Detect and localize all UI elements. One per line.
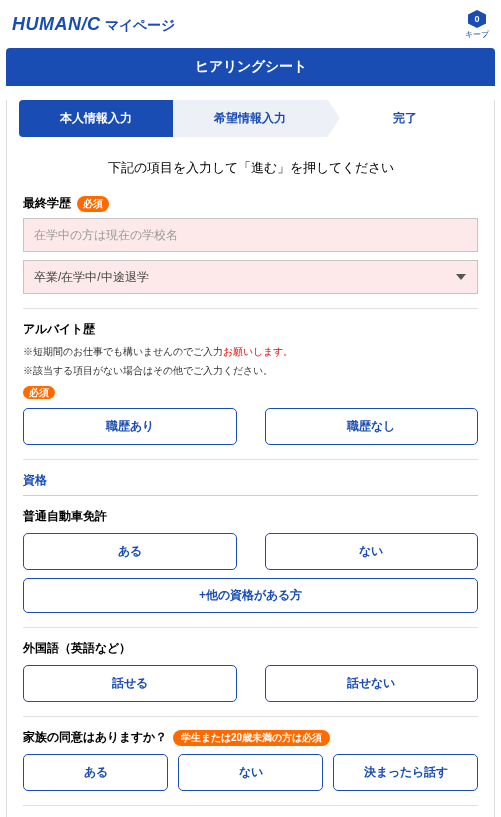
license-label: 普通自動車免許 bbox=[23, 508, 478, 525]
license-no-button[interactable]: ない bbox=[265, 533, 479, 570]
logo-main: HUMAN/C bbox=[12, 14, 101, 34]
form-content: 本人情報入力 希望情報入力 完了 下記の項目を入力して「進む」を押してください … bbox=[6, 100, 495, 817]
education-status-select[interactable]: 卒業/在学中/中途退学 bbox=[23, 260, 478, 294]
app-header: HUMAN/Cマイページ 0 キープ bbox=[0, 0, 501, 48]
step-3: 完了 bbox=[328, 100, 482, 137]
step-1: 本人情報入力 bbox=[19, 100, 173, 137]
family-group: 家族の同意はありますか？ 学生または20歳未満の方は必須 ある ない 決まったら… bbox=[7, 729, 494, 805]
logo-sub: マイページ bbox=[105, 17, 175, 33]
family-label: 家族の同意はありますか？ bbox=[23, 729, 167, 746]
language-group: 外国語（英語など） 話せる 話せない bbox=[7, 640, 494, 716]
parttime-label: アルバイト歴 bbox=[23, 321, 478, 338]
family-badge: 学生または20歳未満の方は必須 bbox=[173, 730, 330, 746]
instruction-text: 下記の項目を入力して「進む」を押してください bbox=[7, 153, 494, 195]
required-badge: 必須 bbox=[23, 386, 55, 399]
parttime-group: アルバイト歴 ※短期間のお仕事でも構いませんのでご入力お願いします。 ※該当する… bbox=[7, 321, 494, 459]
keep-label: キープ bbox=[465, 29, 489, 40]
parttime-yes-button[interactable]: 職歴あり bbox=[23, 408, 237, 445]
education-school-input[interactable] bbox=[23, 218, 478, 252]
step-indicator: 本人情報入力 希望情報入力 完了 bbox=[19, 100, 482, 137]
step-2: 希望情報入力 bbox=[173, 100, 327, 137]
parttime-note2: ※該当する項目がない場合はその他でご入力ください。 bbox=[23, 363, 478, 378]
education-group: 最終学歴 必須 卒業/在学中/中途退学 bbox=[7, 195, 494, 308]
license-yes-button[interactable]: ある bbox=[23, 533, 237, 570]
language-yes-button[interactable]: 話せる bbox=[23, 665, 237, 702]
language-no-button[interactable]: 話せない bbox=[265, 665, 479, 702]
education-label: 最終学歴 bbox=[23, 195, 71, 212]
parttime-no-button[interactable]: 職歴なし bbox=[265, 408, 479, 445]
qualification-group: 普通自動車免許 ある ない +他の資格がある方 bbox=[7, 508, 494, 627]
keep-button[interactable]: 0 キープ bbox=[465, 8, 489, 40]
page-title: ヒアリングシート bbox=[6, 48, 495, 86]
keep-icon: 0 bbox=[468, 10, 486, 28]
family-yes-button[interactable]: ある bbox=[23, 754, 168, 791]
family-later-button[interactable]: 決まったら話す bbox=[333, 754, 478, 791]
required-badge: 必須 bbox=[77, 196, 109, 212]
logo: HUMAN/Cマイページ bbox=[12, 14, 175, 35]
language-label: 外国語（英語など） bbox=[23, 640, 478, 657]
qualification-title: 資格 bbox=[7, 472, 494, 495]
keep-count: 0 bbox=[474, 14, 479, 24]
other-qualification-button[interactable]: +他の資格がある方 bbox=[23, 578, 478, 613]
parttime-note1: ※短期間のお仕事でも構いませんのでご入力お願いします。 bbox=[23, 344, 478, 359]
family-no-button[interactable]: ない bbox=[178, 754, 323, 791]
